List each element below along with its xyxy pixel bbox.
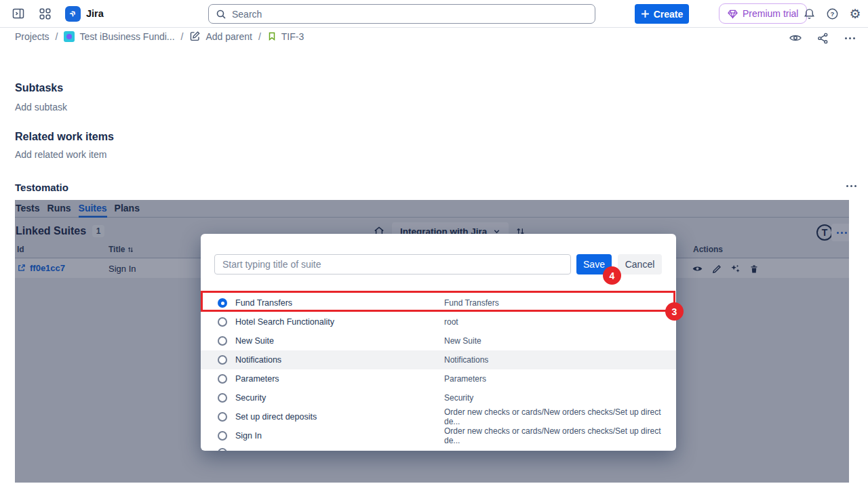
radio-button[interactable] <box>218 374 227 384</box>
save-button[interactable]: Save <box>576 254 612 274</box>
gem-icon <box>728 9 738 19</box>
suite-name: Notifications <box>235 355 281 365</box>
radio-button[interactable] <box>218 448 227 451</box>
settings-gear-icon[interactable]: ⚙ <box>846 5 864 22</box>
radio-button[interactable] <box>218 412 227 422</box>
issue-key-label: TIF-3 <box>281 31 304 42</box>
radio-button[interactable] <box>218 298 227 308</box>
suite-path: Parameters <box>444 374 486 384</box>
suite-option[interactable]: Set up direct depositsOrder new checks o… <box>201 407 676 426</box>
suite-list: Fund TransfersFund TransfersHotel Search… <box>201 293 676 445</box>
help-icon[interactable]: ? <box>823 5 841 22</box>
create-button[interactable]: Create <box>635 4 689 24</box>
breadcrumb-separator: / <box>181 31 184 42</box>
app-name: Jira <box>86 8 104 19</box>
suite-path: New Suite <box>444 336 481 346</box>
plus-icon <box>641 9 650 18</box>
suite-name: Security <box>235 393 266 403</box>
radio-button[interactable] <box>218 317 227 327</box>
suite-option[interactable]: Hotel Search Functionalityroot <box>201 312 676 331</box>
premium-trial-button[interactable]: Premium trial <box>719 3 807 24</box>
related-items-heading: Related work items <box>15 131 114 143</box>
watch-eye-icon[interactable] <box>787 29 804 47</box>
suite-name: Sign In <box>235 431 262 441</box>
suite-option[interactable]: ParametersParameters <box>201 369 676 388</box>
breadcrumb-project-label: Test iBusiness Fundi... <box>79 31 174 42</box>
suite-option[interactable]: Sign InOrder new checks or cards/New ord… <box>201 426 676 445</box>
breadcrumb-separator: / <box>258 31 261 42</box>
premium-trial-label: Premium trial <box>743 8 798 19</box>
suite-name: Set up direct deposits <box>235 412 317 422</box>
suite-name: Fund Transfers <box>235 298 292 308</box>
testomatio-more-icon[interactable] <box>846 180 856 191</box>
suite-option[interactable]: SecuritySecurity <box>201 388 676 407</box>
breadcrumb-add-parent[interactable]: Add parent <box>189 30 252 42</box>
add-related-item-link[interactable]: Add related work item <box>15 149 106 160</box>
more-actions-icon[interactable] <box>841 29 859 47</box>
svg-text:?: ? <box>830 9 834 17</box>
subtasks-heading: Subtasks <box>15 82 63 94</box>
cancel-button[interactable]: Cancel <box>618 254 662 274</box>
edit-icon <box>189 30 201 42</box>
breadcrumb-separator: / <box>56 31 58 42</box>
suite-title-input[interactable] <box>214 254 571 274</box>
radio-button[interactable] <box>218 355 227 365</box>
suite-option[interactable]: New SuiteNew Suite <box>201 331 676 350</box>
jira-logo-icon: » <box>65 6 81 22</box>
search-icon <box>216 9 226 20</box>
notifications-bell-icon[interactable] <box>800 5 818 22</box>
suite-path: Security <box>444 393 473 403</box>
global-search[interactable] <box>208 4 595 24</box>
breadcrumb-row: Projects / Test iBusiness Fundi... / Add… <box>0 28 868 47</box>
suite-option[interactable]: NotificationsNotifications <box>201 350 676 369</box>
suite-name: New Suite <box>235 336 274 346</box>
suite-path: root <box>444 317 458 327</box>
testomatio-heading: Testomatio <box>15 182 68 193</box>
suite-name: Hotel Search Functionality <box>235 317 334 327</box>
radio-button[interactable] <box>218 336 227 346</box>
add-parent-label: Add parent <box>205 31 252 42</box>
add-subtask-link[interactable]: Add subtask <box>15 102 67 113</box>
subtask-bookmark-icon <box>267 31 277 41</box>
top-navbar: » Jira Create Premium trial ? ⚙ <box>0 0 868 28</box>
jira-home-link[interactable]: » Jira <box>65 6 104 22</box>
share-icon[interactable] <box>814 29 831 47</box>
suite-name: Parameters <box>235 374 279 384</box>
create-button-label: Create <box>654 9 684 20</box>
radio-button[interactable] <box>218 393 227 403</box>
suite-path: Order new checks or cards/New orders che… <box>444 407 676 426</box>
sidebar-toggle-icon[interactable] <box>9 5 27 22</box>
link-suite-modal: Save Cancel Fund TransfersFund Transfers… <box>201 234 676 451</box>
search-input[interactable] <box>232 9 588 20</box>
breadcrumb-issue-key[interactable]: TIF-3 <box>267 31 304 42</box>
project-avatar <box>64 31 75 42</box>
suite-path: Notifications <box>444 355 488 365</box>
breadcrumb-projects[interactable]: Projects <box>15 31 50 42</box>
breadcrumb-project[interactable]: Test iBusiness Fundi... <box>64 31 174 42</box>
radio-button[interactable] <box>218 431 227 441</box>
suite-path: Fund Transfers <box>444 298 499 308</box>
app-switcher-icon[interactable] <box>36 5 54 22</box>
suite-option[interactable]: Fund TransfersFund Transfers <box>201 293 676 312</box>
breadcrumb: Projects / Test iBusiness Fundi... / Add… <box>15 30 304 42</box>
suite-path: Order new checks or cards/New orders che… <box>444 426 676 445</box>
